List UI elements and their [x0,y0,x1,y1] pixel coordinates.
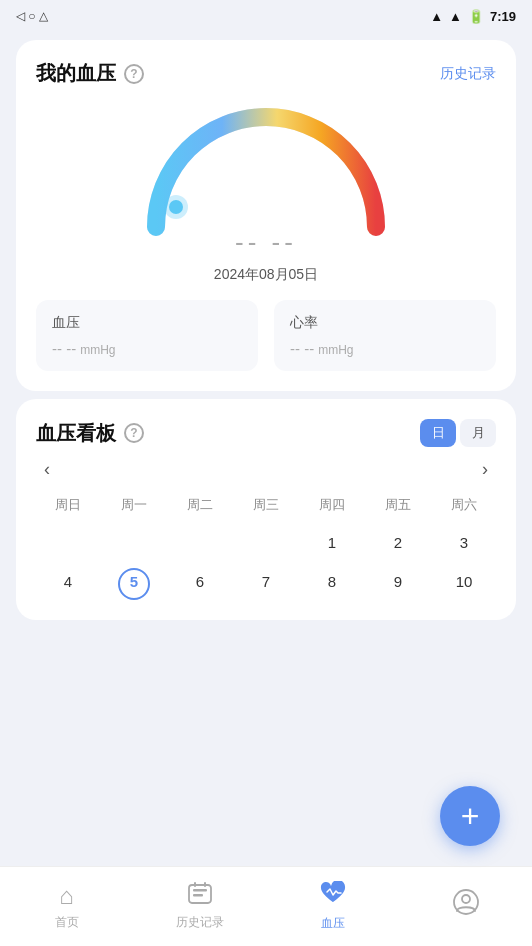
bp-stat-label: 血压 [52,314,242,332]
bp-title-row: 我的血压 ? [36,60,144,87]
calendar-day-cell[interactable]: 9 [366,563,430,600]
calendar-week-header: 周三 [234,488,298,522]
nav-profile[interactable] [399,889,532,925]
profile-icon [453,889,479,921]
nav-home[interactable]: ⌂ 首页 [0,882,133,931]
calendar-day-cell[interactable]: 7 [234,563,298,600]
bp-card-header: 我的血压 ? 历史记录 [36,60,496,87]
calendar-day-cell[interactable]: 6 [168,563,232,600]
svg-point-1 [169,200,183,214]
gauge-svg [136,97,396,237]
time-display: 7:19 [490,9,516,24]
calendar-day-cell [234,524,298,561]
calendar-week-header: 周六 [432,488,496,522]
home-icon: ⌂ [59,882,74,910]
wifi-icon: ▲ [449,9,462,24]
svg-rect-3 [193,889,207,892]
gauge-container: -- -- 2024年08月05日 [36,97,496,284]
calendar-day-cell [168,524,232,561]
heart-rate-stat: 心率 -- -- mmHg [274,300,496,371]
hr-stat-unit: mmHg [318,343,353,357]
svg-rect-5 [194,882,196,887]
dashboard-header: 血压看板 ? 日 月 [36,419,496,447]
system-icons: ◁ ○ △ [16,9,48,23]
svg-rect-4 [193,894,203,897]
dashboard-title-row: 血压看板 ? [36,420,144,447]
blood-pressure-card: 我的血压 ? 历史记录 [16,40,516,391]
status-left-icons: ◁ ○ △ [16,9,48,23]
calendar-day-cell[interactable]: 3 [432,524,496,561]
blood-pressure-stat: 血压 -- -- mmHg [36,300,258,371]
fab-plus-icon: + [461,800,480,832]
next-month-button[interactable]: › [474,459,496,480]
svg-point-8 [462,895,470,903]
calendar-day-cell[interactable]: 5 [102,563,166,600]
bp-stat-value: -- -- mmHg [52,340,242,357]
bp-icon [319,881,347,911]
status-bar: ◁ ○ △ ▲ ▲ 🔋 7:19 [0,0,532,32]
add-record-fab[interactable]: + [440,786,500,846]
history-link[interactable]: 历史记录 [440,65,496,83]
bp-stat-unit: mmHg [80,343,115,357]
calendar-week-header: 周四 [300,488,364,522]
signal-icon: ▲ [430,9,443,24]
calendar-day-cell [102,524,166,561]
hr-stat-label: 心率 [290,314,480,332]
period-toggle: 日 月 [420,419,496,447]
calendar-week-header: 周二 [168,488,232,522]
period-day-button[interactable]: 日 [420,419,456,447]
calendar-day-cell[interactable]: 10 [432,563,496,600]
dashboard-card: 血压看板 ? 日 月 ‹ › 周日周一周二周三周四周五周六12345678910 [16,399,516,620]
stats-row: 血压 -- -- mmHg 心率 -- -- mmHg [36,300,496,371]
calendar-day-cell[interactable]: 8 [300,563,364,600]
status-right-area: ▲ ▲ 🔋 7:19 [430,9,516,24]
hr-stat-value: -- -- mmHg [290,340,480,357]
calendar-nav: ‹ › [36,451,496,488]
calendar-day-cell [36,524,100,561]
calendar-week-header: 周一 [102,488,166,522]
calendar-day-cell[interactable]: 1 [300,524,364,561]
nav-history[interactable]: 历史记录 [133,882,266,931]
calendar-day-cell[interactable]: 4 [36,563,100,600]
nav-history-label: 历史记录 [176,914,224,931]
bp-help-icon[interactable]: ? [124,64,144,84]
nav-bp-label: 血压 [321,915,345,932]
gauge-date: 2024年08月05日 [214,266,318,284]
dashboard-help-icon[interactable]: ? [124,423,144,443]
prev-month-button[interactable]: ‹ [36,459,58,480]
bottom-nav: ⌂ 首页 历史记录 血压 [0,866,532,946]
nav-bp[interactable]: 血压 [266,881,399,932]
battery-icon: 🔋 [468,9,484,24]
calendar-week-header: 周五 [366,488,430,522]
calendar-week-header: 周日 [36,488,100,522]
gauge-value: -- -- [235,227,297,258]
dashboard-title: 血压看板 [36,420,116,447]
svg-rect-6 [204,882,206,887]
nav-home-label: 首页 [55,914,79,931]
bp-card-title: 我的血压 [36,60,116,87]
calendar-day-cell[interactable]: 2 [366,524,430,561]
history-icon [188,882,212,910]
period-month-button[interactable]: 月 [460,419,496,447]
calendar-grid: 周日周一周二周三周四周五周六12345678910 [36,488,496,600]
